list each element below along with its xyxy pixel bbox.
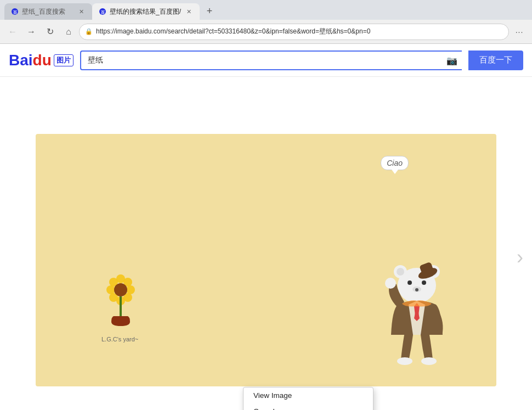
speech-bubble: Ciao <box>381 156 409 170</box>
camera-icon: 📷 <box>446 55 457 65</box>
security-indicator: 🔒 <box>85 28 93 35</box>
context-menu: View Image Copy Image Copy Image Locatio… <box>243 387 373 410</box>
back-button[interactable]: ← <box>4 24 21 40</box>
context-menu-copy-image[interactable]: Copy Image <box>244 403 373 410</box>
svg-point-26 <box>114 283 127 296</box>
svg-point-12 <box>415 288 418 291</box>
svg-point-24 <box>106 285 115 294</box>
svg-text:百: 百 <box>13 10 18 14</box>
svg-point-9 <box>408 280 412 285</box>
tab-2-favicon: 百 <box>99 8 106 15</box>
svg-point-15 <box>385 278 396 289</box>
sunflower-label: L.G.C's yard~ <box>101 336 140 342</box>
svg-point-17 <box>421 357 437 365</box>
next-arrow-button[interactable]: › <box>513 241 527 273</box>
tab-1[interactable]: 百 壁纸_百度搜索 ✕ <box>4 3 92 20</box>
svg-text:百: 百 <box>101 10 105 14</box>
baidu-logo: Baidu 图片 <box>9 52 73 69</box>
logo-bai: Bai <box>9 52 33 69</box>
nav-bar: ← → ↻ ⌂ 🔒 https://image.baidu.com/search… <box>0 20 532 44</box>
context-menu-view-image[interactable]: View Image <box>244 387 373 403</box>
image-display-area: Ciao <box>36 134 496 386</box>
new-tab-button[interactable]: + <box>202 3 217 19</box>
tab-2-title: 壁纸的搜索结果_百度图/ <box>110 7 181 16</box>
lock-icon: 🔒 <box>85 28 93 35</box>
search-button[interactable]: 百度一下 <box>468 50 523 70</box>
tab-2-close[interactable]: ✕ <box>184 7 193 16</box>
browser-frame: 百 壁纸_百度搜索 ✕ 百 壁纸的搜索结果_百度图/ ✕ + ← → ↻ ⌂ 🔒 <box>0 0 532 410</box>
search-input-wrap: 📷 <box>80 50 462 70</box>
logo-du: du <box>33 52 52 69</box>
tab-2[interactable]: 百 壁纸的搜索结果_百度图/ ✕ <box>92 3 200 20</box>
baidu-header: Baidu 图片 📷 百度一下 <box>0 44 532 77</box>
camera-button[interactable]: 📷 <box>446 55 457 65</box>
reload-button[interactable]: ↻ <box>42 24 58 40</box>
more-icon: ··· <box>516 27 524 36</box>
tab-1-title: 壁纸_百度搜索 <box>22 7 73 16</box>
address-bar[interactable]: 🔒 https://image.baidu.com/search/detail?… <box>79 24 509 40</box>
svg-point-10 <box>422 280 426 285</box>
tab-1-close[interactable]: ✕ <box>77 7 86 16</box>
svg-point-20 <box>126 285 135 294</box>
bear-svg <box>381 258 452 373</box>
svg-point-7 <box>397 268 404 276</box>
content-spacer <box>0 77 532 104</box>
tab-bar: 百 壁纸_百度搜索 ✕ 百 壁纸的搜索结果_百度图/ ✕ + <box>0 0 532 20</box>
bear-illustration <box>381 258 452 375</box>
main-content: Ciao <box>0 104 532 410</box>
logo-tupian: 图片 <box>54 54 73 66</box>
address-text: https://image.baidu.com/search/detail?ct… <box>96 27 503 36</box>
search-input[interactable] <box>80 50 462 70</box>
forward-button[interactable]: → <box>23 24 39 40</box>
tab-1-favicon: 百 <box>11 8 19 15</box>
home-button[interactable]: ⌂ <box>60 24 77 40</box>
more-button[interactable]: ··· <box>511 24 528 40</box>
sunflower-illustration: L.G.C's yard~ <box>101 267 140 342</box>
svg-point-16 <box>397 357 412 365</box>
